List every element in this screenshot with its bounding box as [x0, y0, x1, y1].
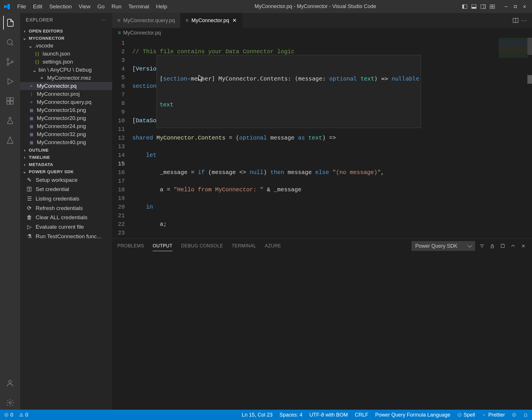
breadcrumb[interactable]: ≡ MyConnector.pq	[112, 28, 532, 38]
customize-layout-icon[interactable]	[488, 3, 496, 11]
accounts-icon[interactable]	[3, 376, 17, 390]
sdk-evaluate[interactable]: ▷Evaluate current file	[20, 222, 112, 232]
azure-icon[interactable]	[3, 133, 17, 147]
image-icon: ▦	[28, 115, 35, 121]
sdk-set-credential[interactable]: ⚿Set credential	[20, 185, 112, 194]
panel-tab-output[interactable]: OUTPUT	[153, 241, 173, 251]
more-actions-icon[interactable]: ···	[521, 18, 527, 24]
clear-output-icon[interactable]	[499, 243, 506, 249]
section-timeline[interactable]: ›TIMELINE	[20, 154, 112, 161]
file-settings-json[interactable]: { }settings.json	[20, 58, 112, 66]
menu-help[interactable]: Help	[153, 2, 170, 11]
sdk-list-credentials[interactable]: ☰Listing credentials	[20, 194, 112, 203]
folder-vscode[interactable]: ⌄ .vscode	[20, 42, 112, 50]
section-outline[interactable]: ›OUTLINE	[20, 146, 112, 154]
maximize-icon[interactable]	[511, 3, 519, 11]
extensions-icon[interactable]	[3, 94, 17, 108]
minimize-icon[interactable]	[502, 3, 510, 11]
menu-file[interactable]: File	[14, 2, 29, 11]
section-metadata[interactable]: ›METADATA	[20, 161, 112, 168]
menu-go[interactable]: Go	[94, 2, 107, 11]
menubar: File Edit Selection View Go Run Terminal…	[14, 2, 170, 11]
close-icon[interactable]: ✕	[232, 18, 237, 23]
svg-rect-20	[7, 98, 10, 101]
file-pq[interactable]: ≡MyConnector.pq	[20, 82, 112, 90]
file-png32[interactable]: ▦MyConnector32.png	[20, 130, 112, 138]
toggle-primary-sidebar-icon[interactable]	[461, 3, 469, 11]
svg-point-46	[515, 414, 515, 415]
status-encoding[interactable]: UTF-8 with BOM	[309, 412, 348, 418]
lock-scroll-icon[interactable]	[489, 243, 496, 249]
status-warnings[interactable]: 0	[19, 412, 28, 418]
testing-icon[interactable]	[3, 114, 17, 127]
status-errors[interactable]: 0	[4, 412, 13, 418]
panel-tab-debug[interactable]: DEBUG CONSOLE	[181, 241, 223, 251]
section-open-editors[interactable]: › OPEN EDITORS	[20, 27, 112, 35]
status-spaces[interactable]: Spaces: 4	[280, 412, 303, 418]
tab-pq[interactable]: ≡ MyConnector.pq ✕	[180, 13, 243, 28]
svg-rect-3	[472, 7, 476, 9]
file-png20[interactable]: ▦MyConnector20.png	[20, 114, 112, 122]
source-control-icon[interactable]	[3, 55, 17, 69]
sdk-run-testconnection[interactable]: ⚗Run TestConnection func...	[20, 232, 112, 241]
file-png16[interactable]: ▦MyConnector16.png	[20, 106, 112, 114]
status-line-col[interactable]: Ln 15, Col 23	[242, 412, 273, 418]
file-query-pq[interactable]: ≡MyConnector.query.pq	[20, 98, 112, 106]
menu-terminal[interactable]: Terminal	[126, 2, 152, 11]
minimap[interactable]	[499, 38, 527, 66]
explorer-icon[interactable]	[3, 16, 17, 30]
run-debug-icon[interactable]	[3, 75, 17, 88]
file-mez[interactable]: ≡MyConnector.mez	[20, 74, 112, 82]
svg-rect-23	[10, 101, 13, 104]
panel-tab-problems[interactable]: PROBLEMS	[117, 241, 144, 251]
trash-icon: 🗑	[26, 214, 33, 221]
file-png40[interactable]: ▦MyConnector40.png	[20, 138, 112, 146]
status-language[interactable]: Power Query Formula Language	[375, 412, 450, 418]
chevron-right-icon: ›	[22, 29, 27, 33]
svg-rect-1	[462, 5, 464, 9]
filter-icon[interactable]	[479, 243, 485, 249]
menu-run[interactable]: Run	[109, 2, 125, 11]
editor-scrollbar[interactable]	[527, 38, 532, 238]
status-prettier[interactable]: Prettier	[482, 412, 505, 418]
status-spell[interactable]: Spell	[457, 412, 475, 418]
status-notifications-icon[interactable]	[523, 412, 528, 418]
key-icon: ⚿	[26, 186, 33, 192]
close-icon[interactable]	[520, 3, 529, 11]
sdk-setup[interactable]: ✎Setup workspace	[20, 175, 112, 185]
split-editor-icon[interactable]	[513, 18, 518, 23]
panel-tab-terminal[interactable]: TERMINAL	[232, 241, 256, 251]
section-pq-sdk[interactable]: ⌄POWER QUERY SDK	[20, 168, 112, 175]
code-content[interactable]: // This file contains your Data Connecto…	[132, 38, 532, 238]
section-project[interactable]: ⌄ MYCONNECTOR	[20, 35, 112, 42]
panel-tab-azure[interactable]: AZURE	[265, 241, 281, 251]
toggle-secondary-sidebar-icon[interactable]	[479, 3, 487, 11]
menu-edit[interactable]: Edit	[30, 2, 45, 11]
menu-view[interactable]: View	[76, 2, 93, 11]
file-png24[interactable]: ▦MyConnector24.png	[20, 122, 112, 130]
output-channel-select[interactable]: Power Query SDK	[412, 241, 475, 251]
sdk-refresh-credentials[interactable]: ⟳Refresh credentials	[20, 203, 112, 213]
menu-selection[interactable]: Selection	[46, 2, 74, 11]
settings-gear-icon[interactable]	[3, 396, 17, 410]
sdk-clear-credentials[interactable]: 🗑Clear ALL credentials	[20, 213, 112, 222]
file-launch-json[interactable]: { }launch.json	[20, 50, 112, 58]
status-eol[interactable]: CRLF	[355, 412, 368, 418]
pencil-icon: ✎	[26, 177, 33, 183]
file-proj[interactable]: ⟩MyConnector.proj	[20, 90, 112, 98]
chevron-right-icon: ›	[22, 162, 27, 167]
status-feedback-icon[interactable]	[512, 412, 516, 418]
sidebar-more-icon[interactable]: ···	[101, 18, 106, 23]
toggle-panel-icon[interactable]	[470, 3, 478, 11]
titlebar[interactable]: File Edit Selection View Go Run Terminal…	[0, 0, 532, 13]
output-body[interactable]	[112, 253, 532, 410]
maximize-panel-icon[interactable]	[510, 243, 516, 249]
svg-rect-8	[490, 7, 492, 9]
code-editor[interactable]: 1234567891011121314151617181920212223 //…	[112, 38, 532, 238]
search-icon[interactable]	[3, 35, 17, 49]
folder-bin[interactable]: ⌄ bin \ AnyCPU \ Debug	[20, 66, 112, 74]
chevron-down-icon: ⌄	[22, 169, 27, 174]
beaker-icon: ⚗	[26, 233, 33, 240]
close-panel-icon[interactable]	[520, 243, 527, 249]
tab-query-pq[interactable]: ≡ MyConnector.query.pq	[112, 13, 180, 28]
